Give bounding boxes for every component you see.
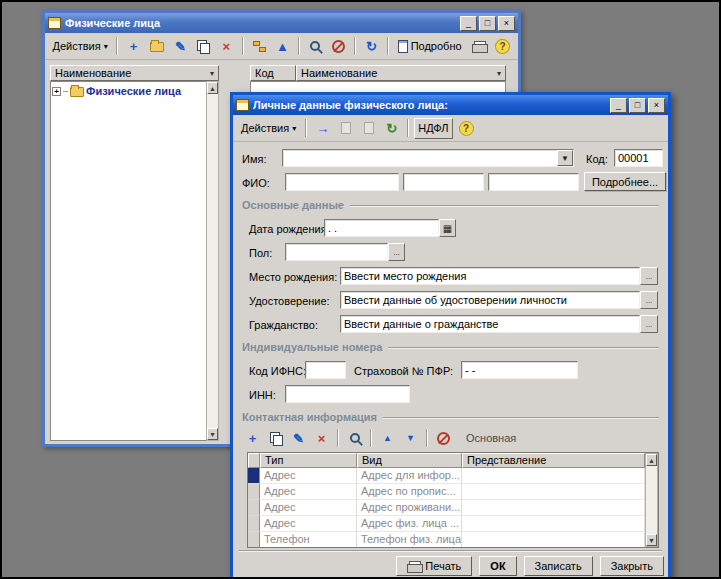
middle-name-input[interactable]	[489, 174, 578, 190]
search-button[interactable]	[305, 36, 326, 57]
row-selector[interactable]	[248, 468, 260, 484]
cell-kind[interactable]: Адрес проживани...	[357, 500, 462, 516]
contact-copy-button[interactable]	[265, 428, 286, 449]
name-input[interactable]	[283, 150, 557, 166]
table-row[interactable]: Телефон Телефон физ. лица...	[248, 532, 645, 547]
print-button[interactable]: Печать	[396, 556, 472, 576]
name-dropdown-button[interactable]: ▼	[557, 150, 573, 166]
add-group-button[interactable]	[146, 36, 168, 57]
calendar-button[interactable]: ▦	[439, 219, 456, 237]
close-button[interactable]: ×	[498, 16, 515, 31]
delete-item-button[interactable]: ×	[216, 36, 237, 57]
row-selector[interactable]	[248, 484, 260, 500]
list-column-header-name[interactable]: Наименование ▾	[296, 65, 506, 81]
cell-kind[interactable]: Адрес физ. лица ...	[357, 516, 462, 532]
code-input[interactable]	[615, 150, 662, 166]
contact-search-button[interactable]	[344, 428, 365, 449]
add-item-button[interactable]: +	[123, 36, 144, 57]
cell-type[interactable]: Адрес	[260, 468, 357, 484]
close-button[interactable]: ×	[648, 98, 665, 113]
contact-cancel-filter-button[interactable]	[433, 428, 454, 449]
scroll-down-icon[interactable]: ▼	[207, 428, 218, 440]
cell-view[interactable]	[462, 500, 645, 516]
edit-item-button[interactable]: ✎	[170, 36, 191, 57]
tree-scrollbar[interactable]: ▲ ▼	[206, 81, 219, 441]
move-item-button[interactable]: ▲	[272, 36, 293, 57]
contacts-table-scrollbar[interactable]: ▲ ▼	[645, 453, 658, 547]
save-button[interactable]: Записать	[524, 556, 593, 576]
column-header-type[interactable]: Тип	[260, 453, 357, 468]
scroll-up-icon[interactable]: ▲	[207, 82, 218, 94]
selector-column-header[interactable]	[248, 453, 260, 468]
citizenship-select-button[interactable]: ...	[640, 315, 658, 333]
ndfl-button[interactable]: НДФЛ	[414, 118, 452, 139]
identity-input[interactable]	[341, 292, 639, 308]
close-button[interactable]: Закрыть	[600, 556, 664, 576]
detail-toggle-button[interactable]: Подробно	[394, 36, 466, 57]
row-selector[interactable]	[248, 500, 260, 516]
ok-button[interactable]: ОК	[479, 556, 516, 576]
maximize-button[interactable]: □	[479, 16, 496, 31]
cell-type[interactable]: Адрес	[260, 500, 357, 516]
details-button[interactable]: Подробнее...	[584, 172, 666, 191]
table-row[interactable]: Адрес Адрес физ. лица ...	[248, 516, 645, 532]
cell-kind[interactable]: Адрес для инфор...	[357, 468, 462, 484]
contact-edit-button[interactable]: ✎	[288, 428, 309, 449]
help-button[interactable]: ?	[455, 118, 478, 139]
ifns-input[interactable]	[306, 362, 345, 378]
table-row[interactable]: Адрес Адрес по пропис...	[248, 484, 645, 500]
row-selector[interactable]	[248, 532, 260, 547]
birth-place-select-button[interactable]: ...	[640, 267, 658, 285]
prev-item-button[interactable]	[335, 118, 356, 139]
birth-date-input[interactable]	[325, 220, 438, 236]
person-titlebar[interactable]: Личные данные физического лица: _ □ ×	[233, 95, 668, 115]
cell-view[interactable]	[462, 532, 645, 547]
hierarchy-view-button[interactable]	[249, 36, 270, 57]
next-item-button[interactable]	[358, 118, 379, 139]
table-row[interactable]: Адрес Адрес для инфор...	[248, 468, 645, 484]
minimize-button[interactable]: _	[460, 16, 477, 31]
column-header-kind[interactable]: Вид	[357, 453, 462, 468]
refresh-button[interactable]: ↻	[361, 36, 382, 57]
help-button[interactable]: ?	[491, 36, 514, 57]
tree-expand-icon[interactable]: +	[52, 87, 61, 96]
first-name-input[interactable]	[404, 174, 483, 190]
cell-view[interactable]	[462, 484, 645, 500]
contact-add-button[interactable]: +	[242, 428, 263, 449]
scroll-down-icon[interactable]: ▼	[646, 534, 657, 546]
contact-delete-button[interactable]: ×	[311, 428, 332, 449]
column-header-view[interactable]: Представление	[462, 453, 645, 468]
cancel-search-button[interactable]	[328, 36, 349, 57]
birth-place-input[interactable]	[341, 268, 639, 284]
cell-type[interactable]: Адрес	[260, 484, 357, 500]
scroll-up-icon[interactable]: ▲	[646, 454, 657, 466]
pfr-input[interactable]	[462, 362, 577, 378]
reread-button[interactable]: ↻	[381, 118, 402, 139]
list-column-header-code[interactable]: Код	[250, 65, 296, 81]
inn-input[interactable]	[286, 386, 409, 402]
cell-view[interactable]	[462, 468, 645, 484]
gender-input[interactable]	[286, 244, 387, 260]
print-button[interactable]	[468, 36, 490, 57]
row-selector[interactable]	[248, 516, 260, 532]
actions-menu-button[interactable]: Действия ▾	[49, 36, 111, 57]
catalog-titlebar[interactable]: Физические лица _ □ ×	[45, 13, 518, 33]
gender-select-button[interactable]: ...	[388, 243, 405, 261]
cell-type[interactable]: Адрес	[260, 516, 357, 532]
tree-item-root[interactable]: + Физические лица	[51, 82, 206, 100]
minimize-button[interactable]: _	[610, 98, 627, 113]
last-name-input[interactable]	[286, 174, 398, 190]
identity-select-button[interactable]: ...	[640, 291, 658, 309]
tree-column-header-name[interactable]: Наименование ▾	[50, 65, 219, 81]
cell-view[interactable]	[462, 516, 645, 532]
cell-kind[interactable]: Адрес по пропис...	[357, 484, 462, 500]
cell-type[interactable]: Телефон	[260, 532, 357, 547]
contact-move-down-button[interactable]: ▼	[400, 428, 421, 449]
go-to-list-button[interactable]: →	[312, 118, 333, 139]
citizenship-input[interactable]	[341, 316, 639, 332]
maximize-button[interactable]: □	[629, 98, 646, 113]
contact-move-up-button[interactable]: ▲	[377, 428, 398, 449]
table-row[interactable]: Адрес Адрес проживани...	[248, 500, 645, 516]
actions-menu-button[interactable]: Действия ▾	[237, 118, 300, 139]
copy-item-button[interactable]	[193, 36, 214, 57]
